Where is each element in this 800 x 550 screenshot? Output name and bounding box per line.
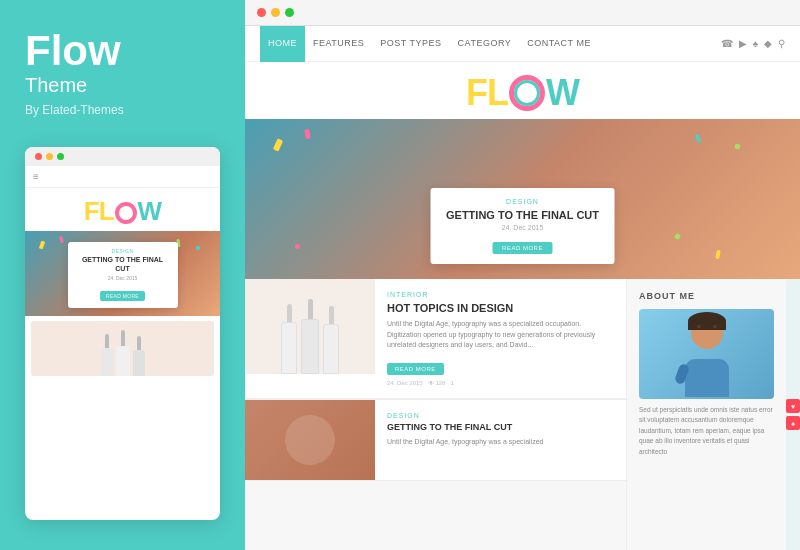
browser-bar: [245, 0, 800, 26]
mini-hero-card: DESIGN GETTING TO THE FINAL CUT 24. Dec …: [68, 242, 178, 308]
nav-pinterest-icon[interactable]: ☎: [721, 38, 733, 49]
wine-bottle-1: [281, 304, 297, 374]
mini-card-date: 24. Dec 2015: [76, 275, 170, 281]
sidebar-text: Sed ut perspiciatis unde omnis iste natu…: [639, 405, 774, 457]
logo-o-circle: [509, 75, 545, 111]
post-excerpt-2: Until the Digital Age, typography was a …: [387, 437, 614, 448]
brand-title: Flow: [25, 30, 220, 72]
nav-features[interactable]: FEATURES: [305, 26, 372, 62]
mini-browser-mockup: ≡ FLW DESIGN GETTING TO THE FINAL CUT 24…: [25, 147, 220, 520]
post-card-2: DESIGN GETTING TO THE FINAL CUT Until th…: [245, 399, 626, 481]
nav-category[interactable]: CATEGORY: [450, 26, 520, 62]
post-category-2: DESIGN: [387, 412, 614, 419]
site-logo-area: FL W: [245, 62, 800, 119]
hero-card: DESIGN GETTING TO THE FINAL CUT 24. Dec …: [430, 188, 615, 264]
dot-green: [285, 8, 294, 17]
edge-icon-1[interactable]: ♥: [786, 399, 800, 413]
post-meta-1: 24. Dec 2015 👁 128 1: [387, 380, 614, 386]
post-title-2: GETTING TO THE FINAL CUT: [387, 422, 614, 434]
bottle3: [133, 336, 145, 376]
post-body-2: DESIGN GETTING TO THE FINAL CUT Until th…: [375, 400, 626, 480]
post-category-1: INTERIOR: [387, 291, 614, 298]
post-btn-1[interactable]: READ MORE: [387, 363, 444, 375]
sidebar-title: ABOUT ME: [639, 291, 774, 301]
nav-icons: ☎ ▶ ♠ ◆ ⚲: [721, 38, 785, 49]
logo-fl: FL: [466, 72, 508, 114]
flow-logo: FL W: [466, 72, 579, 114]
post-views-1: 👁 128: [428, 380, 446, 386]
hero-title: GETTING TO THE FINAL CUT: [446, 208, 599, 222]
nav-search-icon[interactable]: ⚲: [778, 38, 785, 49]
mini-dot-red: [35, 153, 42, 160]
mini-card-label: DESIGN: [76, 248, 170, 254]
post-date-1: 24. Dec 2015: [387, 380, 423, 386]
mini-read-more-btn[interactable]: READ MORE: [100, 291, 145, 301]
avatar-arm: [673, 362, 689, 384]
nav-contact[interactable]: CONTACT ME: [519, 26, 599, 62]
post-body-1: INTERIOR HOT TOPICS IN DESIGN Until the …: [375, 279, 626, 398]
avatar-container: [672, 312, 742, 397]
sidebar-avatar: [639, 309, 774, 399]
mini-logo-area: FLW: [25, 188, 220, 231]
post-comments-1: 1: [450, 380, 453, 386]
hero-section: DESIGN GETTING TO THE FINAL CUT 24. Dec …: [245, 119, 800, 279]
hero-label: DESIGN: [446, 198, 599, 205]
bottle1: [101, 334, 113, 376]
mini-hamburger-icon: ≡: [33, 171, 39, 182]
mini-nav: ≡: [25, 166, 220, 188]
confetti1: [273, 138, 284, 151]
hero-read-more-btn[interactable]: READ MORE: [492, 242, 553, 254]
confetti7: [674, 233, 681, 240]
brand-subtitle: Theme: [25, 74, 220, 97]
nav-twitter-icon[interactable]: ♠: [753, 38, 758, 49]
main-posts: INTERIOR HOT TOPICS IN DESIGN Until the …: [245, 279, 626, 550]
edge-icons: ♥ ♠: [786, 279, 800, 550]
nav-links: HOME FEATURES POST TYPES CATEGORY CONTAC…: [260, 26, 599, 62]
post-excerpt-1: Until the Digital Age, typography was a …: [387, 319, 614, 351]
logo-w: W: [546, 72, 579, 114]
wine-bottle-3: [323, 306, 339, 374]
nav-instagram-icon[interactable]: ▶: [739, 38, 747, 49]
post-title-1: HOT TOPICS IN DESIGN: [387, 301, 614, 315]
browser-content: HOME FEATURES POST TYPES CATEGORY CONTAC…: [245, 26, 800, 550]
left-panel: Flow Theme By Elated-Themes ≡ FLW DESIGN: [0, 0, 245, 550]
mini-dot-yellow: [46, 153, 53, 160]
mini-hero-image: DESIGN GETTING TO THE FINAL CUT 24. Dec …: [25, 231, 220, 316]
mini-dot-green: [57, 153, 64, 160]
dot-yellow: [271, 8, 280, 17]
nav-home[interactable]: HOME: [260, 26, 305, 62]
bottle2: [116, 330, 130, 376]
confetti6: [715, 250, 721, 260]
hero-date: 24. Dec 2015: [446, 224, 599, 231]
edge-icon-2[interactable]: ♠: [786, 416, 800, 430]
mini-post-area: [25, 316, 220, 379]
nav-post-types[interactable]: POST TYPES: [372, 26, 449, 62]
avatar-hair: [688, 312, 726, 330]
mini-card-title: GETTING TO THE FINAL CUT: [76, 256, 170, 273]
mini-browser-bar: [25, 147, 220, 166]
mini-flow-logo: FLW: [84, 196, 161, 227]
avatar-body: [685, 359, 729, 397]
confetti3: [734, 143, 740, 149]
post-thumb-2: [245, 400, 375, 480]
post-thumb-1: [245, 279, 375, 374]
post-card-1: INTERIOR HOT TOPICS IN DESIGN Until the …: [245, 279, 626, 399]
right-panel: HOME FEATURES POST TYPES CATEGORY CONTAC…: [245, 0, 800, 550]
wine-bottle-2: [301, 299, 319, 374]
mini-logo-w: W: [138, 196, 162, 226]
sidebar: ABOUT ME: [626, 279, 786, 550]
nav-rss-icon[interactable]: ◆: [764, 38, 772, 49]
dot-red: [257, 8, 266, 17]
confetti5: [295, 244, 300, 249]
mini-logo-fl: FL: [84, 196, 114, 226]
mini-wine-thumb: [31, 321, 214, 376]
confetti4: [695, 134, 702, 144]
site-nav: HOME FEATURES POST TYPES CATEGORY CONTAC…: [245, 26, 800, 62]
avatar-head: [691, 317, 723, 349]
confetti2: [304, 129, 311, 140]
brand-author: By Elated-Themes: [25, 103, 220, 117]
mini-logo-o: [115, 202, 137, 224]
content-grid: INTERIOR HOT TOPICS IN DESIGN Until the …: [245, 279, 800, 550]
